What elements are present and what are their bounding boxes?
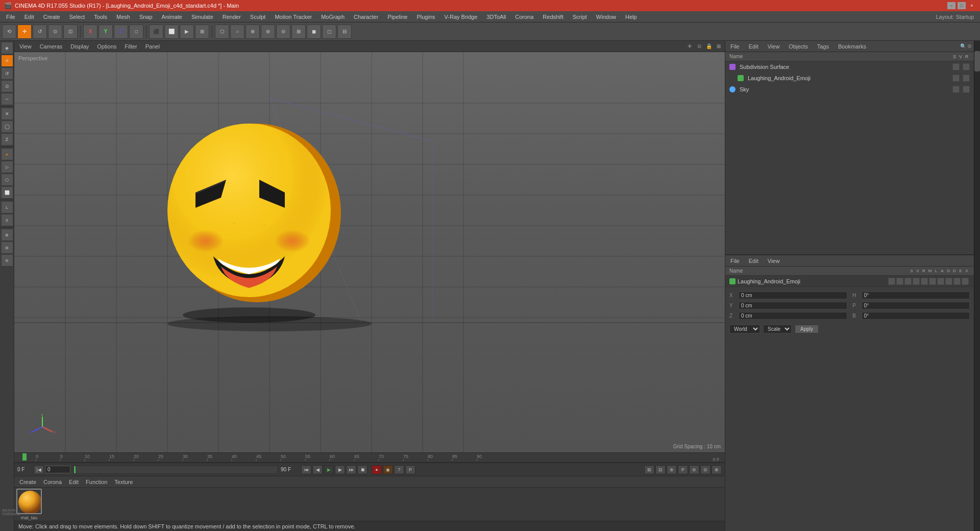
menu-mograph[interactable]: MoGraph [317, 13, 349, 21]
tool-render-active[interactable]: ⬜ [164, 25, 179, 39]
goto-end-btn[interactable]: ⏭ [346, 465, 356, 474]
am-view-menu[interactable]: View [765, 257, 783, 265]
left-tool-mode3[interactable]: ⬡ [1, 174, 13, 186]
record-pos-btn[interactable]: ◉ [383, 465, 393, 474]
menu-pipeline[interactable]: Pipeline [383, 13, 411, 21]
tool-display4[interactable]: ⊞ [291, 25, 306, 39]
tool-display7[interactable]: ⊟ [337, 25, 352, 39]
apply-button[interactable]: Apply [795, 325, 819, 333]
obj-item-sky[interactable]: Sky [725, 84, 974, 95]
mat-menu-create[interactable]: Create [16, 478, 39, 486]
om-tags-menu[interactable]: Tags [814, 42, 832, 51]
key-btn6[interactable]: ⊝ [700, 465, 710, 474]
left-tool-sculpt1[interactable]: ⊛ [1, 229, 13, 241]
menu-animate[interactable]: Animate [158, 13, 186, 21]
vp-icon-maximize[interactable]: ⊞ [715, 42, 723, 51]
om-view-menu[interactable]: View [765, 42, 783, 51]
coord-b-input[interactable] [862, 312, 970, 320]
goto-start-button[interactable]: |◀ [34, 465, 44, 474]
key-btn1[interactable]: ⊞ [644, 465, 654, 474]
key-btn7[interactable]: ⊕ [712, 465, 722, 474]
coord-h-input[interactable] [862, 292, 970, 299]
left-tool-poly-selection[interactable]: Z [1, 133, 13, 146]
mat-menu-function[interactable]: Function [83, 478, 110, 486]
left-tool-mode2[interactable]: ▷ [1, 161, 13, 173]
tool-interactive-render[interactable]: ⊞ [195, 25, 209, 39]
menu-vray[interactable]: V-Ray Bridge [440, 13, 482, 21]
menu-script[interactable]: Script [569, 13, 591, 21]
om-bookmarks-menu[interactable]: Bookmarks [835, 42, 869, 51]
prev-frame-btn[interactable]: ◀ [312, 465, 323, 474]
right-scrollbar[interactable] [974, 41, 980, 531]
record-btn[interactable]: ● [372, 465, 382, 474]
left-tool-pen[interactable]: S [1, 214, 13, 226]
coord-p-input[interactable] [862, 302, 970, 309]
vp-menu-panel[interactable]: Panel [142, 42, 163, 51]
om-objects-menu[interactable]: Objects [786, 42, 811, 51]
menu-window[interactable]: Window [592, 13, 620, 21]
goto-start-btn[interactable]: ⏮ [301, 465, 311, 474]
menu-snap[interactable]: Snap [135, 13, 157, 21]
menu-sculpt[interactable]: Sculpt [246, 13, 270, 21]
left-tool-mode1[interactable]: ● [1, 148, 13, 160]
coord-z-input[interactable] [739, 312, 847, 320]
om-file-menu[interactable]: File [727, 42, 743, 51]
play-btn[interactable]: ▶ [324, 465, 334, 474]
tool-undo[interactable]: ⟲ [2, 25, 16, 39]
vp-menu-options[interactable]: Options [94, 42, 119, 51]
tool-display1[interactable]: ⊛ [246, 25, 260, 39]
scrollbar-thumb[interactable] [974, 51, 980, 71]
close-button[interactable]: × [968, 2, 976, 9]
tool-render-all[interactable]: ▶ [180, 25, 194, 39]
vp-menu-view[interactable]: View [16, 42, 35, 51]
menu-file[interactable]: File [2, 13, 19, 21]
tool-y-axis[interactable]: Y [99, 25, 113, 39]
vp-menu-filter[interactable]: Filter [121, 42, 140, 51]
menu-character[interactable]: Character [350, 13, 382, 21]
coord-x-input[interactable] [739, 292, 847, 299]
left-tool-rotate[interactable]: ↺ [1, 67, 13, 80]
am-file-menu[interactable]: File [727, 257, 743, 265]
obj-flag-v[interactable] [963, 63, 970, 70]
menu-simulate[interactable]: Simulate [187, 13, 217, 21]
left-tool-transform[interactable]: ↔ [1, 93, 13, 105]
left-tool-rect-selection[interactable]: ◯ [1, 120, 13, 133]
tool-cube[interactable]: ⬡ [215, 25, 229, 39]
tool-display6[interactable]: ◻ [322, 25, 336, 39]
vp-menu-cameras[interactable]: Cameras [37, 42, 66, 51]
obj-item-emoji[interactable]: Laughing_Android_Emoji [725, 73, 974, 84]
menu-3dtoall[interactable]: 3DToAll [482, 13, 510, 21]
left-tool-sculpt2[interactable]: ⊜ [1, 242, 13, 254]
obj-flag-v3[interactable] [963, 86, 970, 93]
menu-plugins[interactable]: Plugins [412, 13, 439, 21]
left-tool-mode4[interactable]: ⬜ [1, 186, 13, 199]
tool-scale[interactable]: ⊙ [48, 25, 62, 39]
obj-item-subdivision[interactable]: Subdivision Surface [725, 61, 974, 73]
world-dropdown[interactable]: World Local Object [729, 325, 760, 333]
om-edit-menu[interactable]: Edit [746, 42, 762, 51]
obj-flag-s3[interactable] [952, 86, 960, 93]
viewport-3d[interactable]: X Y Z Perspective Grid Spacing : 10 cm [14, 52, 725, 452]
key-btn4[interactable]: P [678, 465, 688, 474]
menu-redshift[interactable]: Redshift [538, 13, 567, 21]
left-tool-live-selection[interactable]: ✕ [1, 108, 13, 120]
coord-y-input[interactable] [739, 302, 847, 309]
tool-sphere[interactable]: ○ [230, 25, 244, 39]
vp-icon-render[interactable]: ⊙ [695, 42, 703, 51]
key-btn2[interactable]: ⊟ [655, 465, 666, 474]
record-scale-btn[interactable]: P [405, 465, 415, 474]
stop-btn[interactable]: ⏹ [357, 465, 368, 474]
tool-display2[interactable]: ⊜ [261, 25, 275, 39]
next-frame-btn[interactable]: ▶ [335, 465, 345, 474]
tool-world-axis[interactable]: ◻ [129, 25, 143, 39]
left-tool-sculpt3[interactable]: ⊝ [1, 254, 13, 267]
obj-flag-s[interactable] [952, 63, 960, 70]
obj-flag-v2[interactable] [963, 75, 970, 82]
am-edit-menu[interactable]: Edit [746, 257, 762, 265]
left-tool-select[interactable]: ◈ [1, 42, 13, 54]
tool-x-axis[interactable]: X [83, 25, 97, 39]
tool-render-region[interactable]: ⬛ [149, 25, 163, 39]
menu-motion-tracker[interactable]: Motion Tracker [271, 13, 316, 21]
left-tool-scale[interactable]: ⊙ [1, 80, 13, 92]
left-tool-knife[interactable]: L [1, 201, 13, 213]
